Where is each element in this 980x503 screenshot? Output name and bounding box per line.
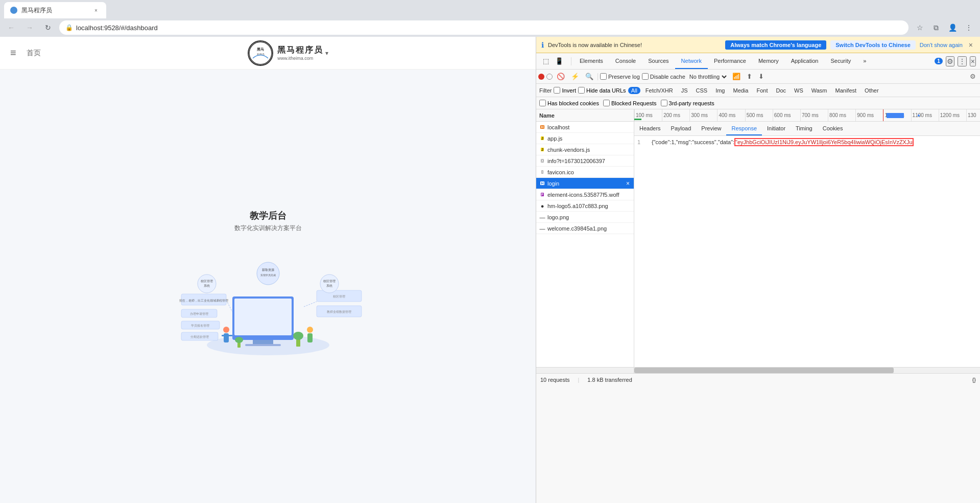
logo-dropdown-icon[interactable]: ▾ xyxy=(325,50,328,57)
tick-1100ms: 1100 ms xyxy=(911,109,932,121)
info-icon: ℹ xyxy=(541,41,544,49)
network-item-element-icons[interactable]: F element-icons.535877f5.woff xyxy=(536,189,634,200)
hide-data-urls-label[interactable]: Hide data URLs xyxy=(578,87,626,94)
match-language-button[interactable]: Always match Chrome's language xyxy=(725,40,826,50)
forward-button[interactable] xyxy=(22,20,37,35)
network-item-localhost[interactable]: H localhost xyxy=(536,122,634,133)
filter-img-button[interactable]: Img xyxy=(712,87,728,94)
hide-data-urls-checkbox[interactable] xyxy=(578,87,585,94)
device-toolbar-button[interactable]: 📱 xyxy=(554,56,565,67)
tab-preview[interactable]: Preview xyxy=(696,122,726,135)
close-login-item-button[interactable]: × xyxy=(625,180,631,187)
filter-button[interactable]: ⚡ xyxy=(569,72,581,81)
preserve-log-checkbox[interactable] xyxy=(600,73,607,80)
stop-recording-button[interactable] xyxy=(546,74,553,80)
blocked-cookies-text: Has blocked cookies xyxy=(547,100,599,106)
filter-font-button[interactable]: Font xyxy=(753,87,771,94)
refresh-button[interactable] xyxy=(41,20,55,35)
scrollbar-track[interactable] xyxy=(634,368,980,373)
network-item-appjs[interactable]: J app.js xyxy=(536,133,634,144)
infobar-close-button[interactable]: × xyxy=(967,41,975,49)
network-item-name-hmlogo: hm-logo5.a107c883.png xyxy=(547,203,631,209)
blocked-cookies-label[interactable]: Has blocked cookies xyxy=(539,100,599,106)
record-button[interactable] xyxy=(538,74,544,80)
tab-sources[interactable]: Sources xyxy=(642,53,675,69)
blocked-cookies-checkbox[interactable] xyxy=(539,100,546,106)
scrollbar-thumb[interactable] xyxy=(634,368,894,373)
clear-button[interactable]: 🚫 xyxy=(555,72,567,81)
network-item-chunkvendors[interactable]: J chunk-vendors.js xyxy=(536,144,634,155)
tab-more[interactable]: » xyxy=(857,53,872,69)
network-item-favicon[interactable]: I favicon.ico xyxy=(536,167,634,178)
network-settings-button[interactable]: ⚙ xyxy=(968,72,978,81)
cursor-tool-button[interactable]: ⬚ xyxy=(540,56,552,67)
preserve-log-checkbox-label[interactable]: Preserve log xyxy=(600,73,640,80)
throttle-select[interactable]: No throttling xyxy=(687,72,728,81)
network-item-hmlogo[interactable]: ● hm-logo5.a107c883.png xyxy=(536,200,634,212)
upload-button[interactable]: ⬆ xyxy=(745,72,754,81)
tab-cookies[interactable]: Cookies xyxy=(818,122,848,135)
network-item-info[interactable]: X info?t=1673012006397 xyxy=(536,155,634,167)
devtools-close-button[interactable]: × xyxy=(970,56,976,66)
disable-cache-checkbox-label[interactable]: Disable cache xyxy=(642,73,685,80)
timeline-blue-block xyxy=(887,113,904,118)
tab-initiator[interactable]: Initiator xyxy=(762,122,791,135)
filter-all-button[interactable]: All xyxy=(628,87,640,94)
filter-manifest-button[interactable]: Manifest xyxy=(832,87,860,94)
blocked-requests-label[interactable]: Blocked Requests xyxy=(603,100,657,106)
ni-icon-info: X xyxy=(539,158,545,164)
tab-payload[interactable]: Payload xyxy=(666,122,697,135)
switch-chinese-button[interactable]: Switch DevTools to Chinese xyxy=(830,40,916,50)
third-party-label[interactable]: 3rd-party requests xyxy=(661,100,714,106)
tab-close-button[interactable]: × xyxy=(92,6,100,14)
nav-home-link[interactable]: 首页 xyxy=(27,49,41,58)
invert-checkbox[interactable] xyxy=(554,87,560,94)
wifi-button[interactable]: 📶 xyxy=(730,72,743,81)
filter-wasm-button[interactable]: Wasm xyxy=(808,87,830,94)
svg-line-27 xyxy=(304,302,317,307)
filter-ws-button[interactable]: WS xyxy=(791,87,806,94)
filter-doc-button[interactable]: Doc xyxy=(773,87,789,94)
ni-icon-localhost: H xyxy=(539,124,545,130)
tab-timing[interactable]: Timing xyxy=(791,122,818,135)
extensions-button[interactable]: ⧉ xyxy=(929,20,943,35)
filter-css-button[interactable]: CSS xyxy=(693,87,711,94)
account-button[interactable]: 👤 xyxy=(945,20,960,35)
search-button[interactable]: 🔍 xyxy=(583,72,595,81)
filter-js-button[interactable]: JS xyxy=(678,87,691,94)
devtools-settings-button[interactable]: ⚙ xyxy=(946,56,954,66)
network-item-logo[interactable]: — logo.png xyxy=(536,212,634,223)
tab-network[interactable]: Network xyxy=(675,53,708,69)
bookmark-button[interactable]: ☆ xyxy=(913,20,927,35)
devtools-more-button[interactable]: ⋮ xyxy=(958,56,967,66)
svg-rect-7 xyxy=(245,344,281,346)
blocked-requests-checkbox[interactable] xyxy=(603,100,610,106)
hamburger-icon[interactable]: ≡ xyxy=(10,47,16,59)
tab-security[interactable]: Security xyxy=(824,53,857,69)
network-item-login[interactable]: H login × xyxy=(536,178,634,189)
browser-tab[interactable]: 黑马程序员 × xyxy=(4,2,106,18)
logo-cn: 黑马程序员 xyxy=(277,45,323,56)
network-item-welcome[interactable]: — welcome.c39845a1.png xyxy=(536,223,634,234)
disable-cache-checkbox[interactable] xyxy=(642,73,649,80)
tab-console[interactable]: Console xyxy=(609,53,642,69)
tab-elements[interactable]: Elements xyxy=(573,53,609,69)
network-item-name-info: info?t=1673012006397 xyxy=(547,158,631,164)
download-button[interactable]: ⬇ xyxy=(756,72,766,81)
tab-application[interactable]: Application xyxy=(785,53,825,69)
network-item-name-element-icons: element-icons.535877f5.woff xyxy=(547,192,631,198)
tab-headers[interactable]: Headers xyxy=(634,122,666,135)
invert-checkbox-label[interactable]: Invert xyxy=(554,87,576,94)
address-input[interactable] xyxy=(76,24,902,32)
response-tabs-bar: Headers Payload Preview Response Initiat… xyxy=(634,122,980,136)
dont-show-again-link[interactable]: Don't show again xyxy=(920,42,963,48)
tab-response[interactable]: Response xyxy=(726,122,762,135)
tab-memory[interactable]: Memory xyxy=(752,53,785,69)
third-party-checkbox[interactable] xyxy=(661,100,667,106)
settings-button[interactable]: ⋮ xyxy=(962,20,976,35)
filter-media-button[interactable]: Media xyxy=(730,87,751,94)
filter-other-button[interactable]: Other xyxy=(862,87,882,94)
back-button[interactable] xyxy=(4,20,18,35)
tab-performance[interactable]: Performance xyxy=(708,53,752,69)
filter-fetch-xhr-button[interactable]: Fetch/XHR xyxy=(642,87,676,94)
